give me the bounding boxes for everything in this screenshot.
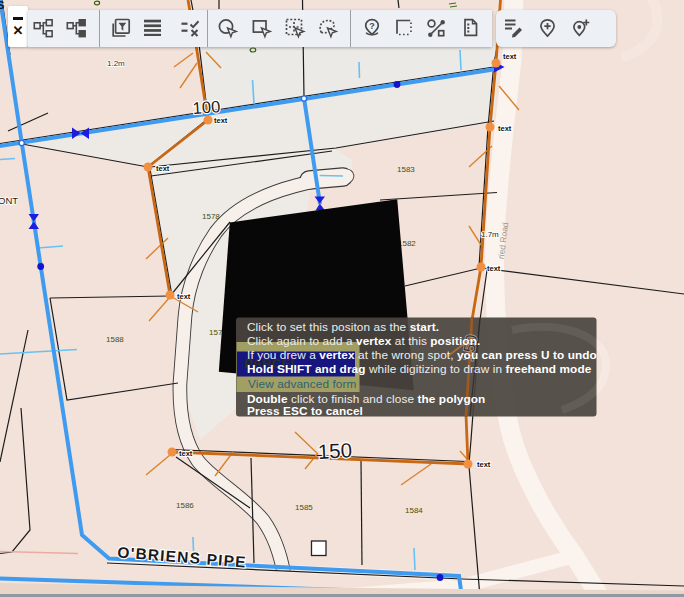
svg-text:Hold SHIFT and drag while digi: Hold SHIFT and drag while digitizing to … [247,362,592,376]
svg-text:?: ? [369,21,375,31]
svg-text:1585: 1585 [295,503,313,512]
svg-text:1586: 1586 [176,501,194,510]
svg-text:text: text [156,164,170,173]
svg-text:1578: 1578 [202,212,220,221]
svg-text:text: text [177,292,191,301]
svg-text:text: text [214,116,228,125]
svg-text:View advanced form: View advanced form [248,377,357,391]
svg-text:S: S [0,0,5,11]
svg-text:text: text [503,52,517,61]
svg-text:100: 100 [192,97,221,117]
svg-text:1588: 1588 [106,335,124,344]
svg-text:150: 150 [317,438,352,463]
svg-text:1.2m: 1.2m [107,59,125,68]
svg-text:Click again to add a vertex at: Click again to add a vertex at this posi… [247,334,480,348]
svg-text:1583: 1583 [397,165,415,174]
svg-text:text: text [498,124,512,133]
svg-text:If you drew a vertex at the wr: If you drew a vertex at the wrong spot, … [247,348,597,362]
svg-text:Click to set this positon as t: Click to set this positon as the start. [247,320,439,334]
svg-text:ONT: ONT [0,195,18,206]
svg-text:Press ESC to cancel: Press ESC to cancel [247,404,363,418]
svg-text:1584: 1584 [405,506,423,515]
svg-text:text: text [477,460,491,469]
svg-text:1.7m: 1.7m [481,230,499,239]
svg-text:text: text [487,264,501,273]
svg-text:text: text [179,449,193,458]
